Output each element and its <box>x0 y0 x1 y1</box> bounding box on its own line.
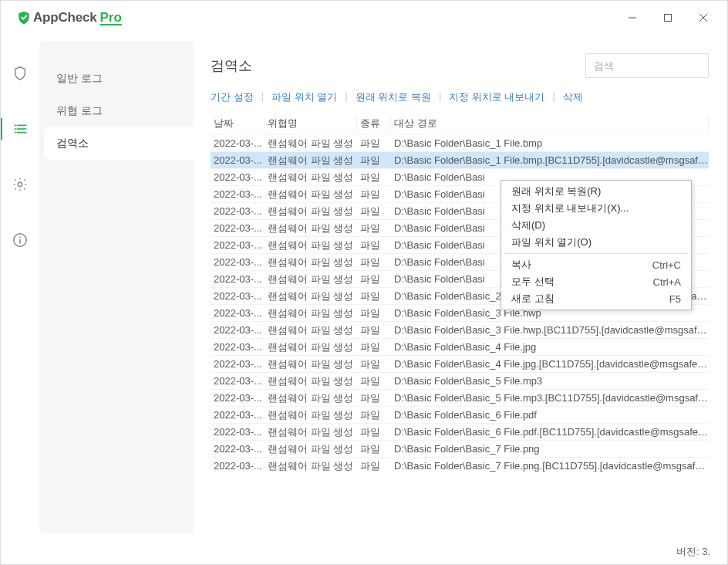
cell-path: D:\Basic Folder\Basic_4 File.jpg.[BC11D7… <box>391 358 709 370</box>
context-menu-item[interactable]: 지정 위치로 내보내기(X)... <box>504 200 689 217</box>
context-menu-label: 지정 위치로 내보내기(X)... <box>511 201 681 215</box>
maximize-button[interactable] <box>650 5 686 30</box>
col-threat[interactable]: 위협명 <box>265 117 357 130</box>
cell-type: 파일 <box>357 459 391 473</box>
action-bar: 기간 설정|파일 위치 열기|원래 위치로 복원|지정 위치로 내보내기|삭제 <box>211 90 709 104</box>
cell-type: 파일 <box>357 239 391 252</box>
cell-type: 파일 <box>357 289 391 303</box>
action-3[interactable]: 지정 위치로 내보내기 <box>449 90 544 104</box>
search-input[interactable] <box>585 53 709 78</box>
cell-path: D:\Basic Folder\Basic_6 File.pdf <box>391 409 709 421</box>
cell-date: 2022-03-... <box>211 222 265 234</box>
cell-type: 파일 <box>357 255 391 269</box>
version-text: 버전: 3. <box>676 545 710 559</box>
context-menu-label: 모두 선택 <box>511 275 653 289</box>
action-1[interactable]: 파일 위치 열기 <box>271 90 337 104</box>
table-row[interactable]: 2022-03-...랜섬웨어 파일 생성파일D:\Basic Folder\B… <box>211 423 709 440</box>
cell-threat: 랜섬웨어 파일 생성 <box>265 255 357 269</box>
col-type[interactable]: 종류 <box>357 117 391 130</box>
table-row[interactable]: 2022-03-...랜섬웨어 파일 생성파일D:\Basic Folder\B… <box>211 151 709 168</box>
shield-check-icon <box>16 10 32 25</box>
sidebar: 일반 로그 위협 로그 검역소 <box>39 41 194 533</box>
cell-type: 파일 <box>357 357 391 371</box>
action-2[interactable]: 원래 위치로 복원 <box>356 90 431 104</box>
svg-point-8 <box>14 128 15 130</box>
context-menu-accel: Ctrl+A <box>653 276 681 288</box>
nav-rail <box>1 35 39 540</box>
cell-date: 2022-03-... <box>211 239 265 251</box>
cell-type: 파일 <box>357 137 391 151</box>
rail-about[interactable] <box>1 229 39 251</box>
context-menu-item[interactable]: 복사Ctrl+C <box>504 256 689 273</box>
col-path[interactable]: 대상 경로 <box>391 117 709 130</box>
cell-date: 2022-03-... <box>211 341 265 353</box>
action-0[interactable]: 기간 설정 <box>211 90 254 104</box>
cell-type: 파일 <box>357 323 391 337</box>
context-menu-item[interactable]: 원래 위치로 복원(R) <box>504 183 689 200</box>
svg-point-9 <box>14 131 15 133</box>
context-menu-accel: Ctrl+C <box>652 259 681 271</box>
cell-threat: 랜섬웨어 파일 생성 <box>265 459 357 473</box>
cell-threat: 랜섬웨어 파일 생성 <box>265 272 357 286</box>
cell-path: D:\Basic Folder\Basic_1 File.bmp <box>391 137 709 149</box>
rail-logs[interactable] <box>0 118 39 140</box>
cell-type: 파일 <box>357 340 391 354</box>
content-header: 검역소 <box>211 53 709 78</box>
cell-date: 2022-03-... <box>211 443 265 455</box>
context-menu-label: 원래 위치로 복원(R) <box>511 184 681 198</box>
cell-date: 2022-03-... <box>211 324 265 336</box>
cell-date: 2022-03-... <box>211 358 265 370</box>
cell-date: 2022-03-... <box>211 426 265 438</box>
svg-point-7 <box>14 124 15 126</box>
cell-type: 파일 <box>357 391 391 405</box>
table-row[interactable]: 2022-03-...랜섬웨어 파일 생성파일D:\Basic Folder\B… <box>211 457 709 474</box>
cell-path: D:\Basic Folder\Basic_7 File.png <box>391 443 709 455</box>
cell-path: D:\Basic Folder\Basic_6 File.pdf.[BC11D7… <box>391 426 709 438</box>
context-menu-item[interactable]: 삭제(D) <box>504 217 689 234</box>
cell-date: 2022-03-... <box>211 137 265 149</box>
context-menu-item[interactable]: 파일 위치 열기(O) <box>504 234 689 251</box>
quarantine-table: 날짜 위협명 종류 대상 경로 2022-03-...랜섬웨어 파일 생성파일D… <box>211 112 709 533</box>
table-row[interactable]: 2022-03-...랜섬웨어 파일 생성파일D:\Basic Folder\B… <box>211 338 709 355</box>
cell-type: 파일 <box>357 171 391 184</box>
table-row[interactable]: 2022-03-...랜섬웨어 파일 생성파일D:\Basic Folder\B… <box>211 134 709 151</box>
col-date[interactable]: 날짜 <box>211 117 265 130</box>
close-button[interactable] <box>686 5 721 30</box>
rail-settings[interactable] <box>1 174 39 195</box>
cell-date: 2022-03-... <box>211 188 265 200</box>
app-name: AppCheck <box>33 10 96 25</box>
sidebar-item-quarantine[interactable]: 검역소 <box>44 127 194 160</box>
cell-date: 2022-03-... <box>211 375 265 387</box>
sidebar-item-general-log[interactable]: 일반 로그 <box>39 63 194 95</box>
context-menu-item[interactable]: 새로 고침F5 <box>504 290 689 307</box>
svg-point-10 <box>18 182 22 187</box>
rail-protection[interactable] <box>1 63 39 84</box>
table-row[interactable]: 2022-03-...랜섬웨어 파일 생성파일D:\Basic Folder\B… <box>211 389 709 406</box>
cell-date: 2022-03-... <box>211 154 265 166</box>
footer: 버전: 3. <box>1 540 727 564</box>
cell-path: D:\Basic Folder\Basic_5 File.mp3.[BC11D7… <box>391 392 709 404</box>
context-menu-item[interactable]: 모두 선택Ctrl+A <box>504 273 689 290</box>
cell-threat: 랜섬웨어 파일 생성 <box>265 425 357 439</box>
app-pro-badge: Pro <box>99 10 121 25</box>
cell-date: 2022-03-... <box>211 273 265 285</box>
cell-threat: 랜섬웨어 파일 생성 <box>265 306 357 320</box>
cell-threat: 랜섬웨어 파일 생성 <box>265 137 357 151</box>
cell-threat: 랜섬웨어 파일 생성 <box>265 222 357 235</box>
sidebar-item-threat-log[interactable]: 위협 로그 <box>39 95 194 127</box>
table-row[interactable]: 2022-03-...랜섬웨어 파일 생성파일D:\Basic Folder\B… <box>211 355 709 372</box>
cell-threat: 랜섬웨어 파일 생성 <box>265 374 357 388</box>
cell-type: 파일 <box>357 154 391 167</box>
table-row[interactable]: 2022-03-...랜섬웨어 파일 생성파일D:\Basic Folder\B… <box>211 372 709 389</box>
table-row[interactable]: 2022-03-...랜섬웨어 파일 생성파일D:\Basic Folder\B… <box>211 321 709 338</box>
cell-type: 파일 <box>357 222 391 235</box>
cell-threat: 랜섬웨어 파일 생성 <box>265 442 357 456</box>
cell-threat: 랜섬웨어 파일 생성 <box>265 188 357 201</box>
action-4[interactable]: 삭제 <box>563 90 583 104</box>
cell-date: 2022-03-... <box>211 409 265 421</box>
minimize-button[interactable] <box>615 5 650 30</box>
table-row[interactable]: 2022-03-...랜섬웨어 파일 생성파일D:\Basic Folder\B… <box>211 406 709 423</box>
cell-threat: 랜섬웨어 파일 생성 <box>265 171 357 184</box>
table-row[interactable]: 2022-03-...랜섬웨어 파일 생성파일D:\Basic Folder\B… <box>211 440 709 457</box>
cell-threat: 랜섬웨어 파일 생성 <box>265 408 357 422</box>
